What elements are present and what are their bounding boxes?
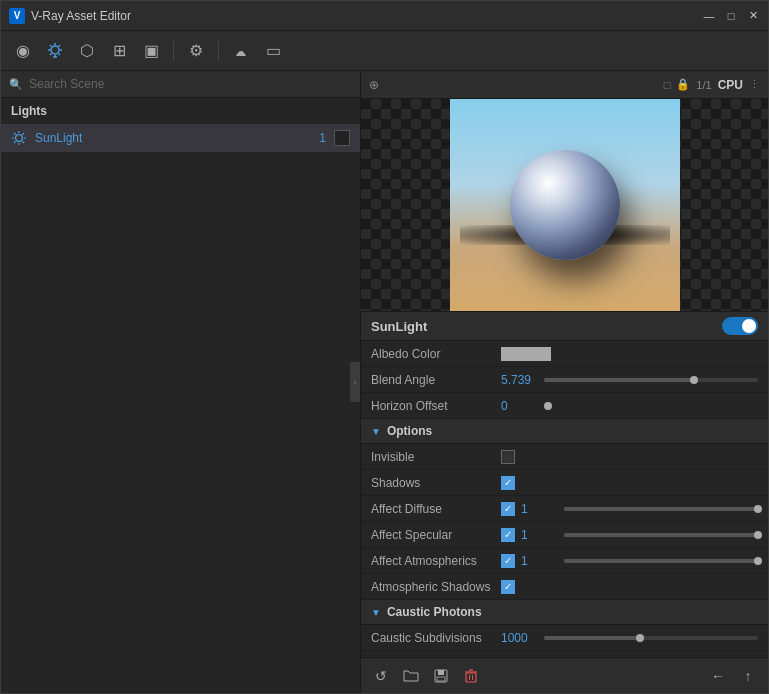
albedo-color-label: Albedo Color [371,347,501,361]
caustic-group-label: Caustic Photons [387,605,482,619]
search-input[interactable] [29,77,352,91]
left-panel: 🔍 Lights [1,71,361,693]
svg-rect-21 [437,677,445,681]
sunlight-section-title: SunLight [361,311,768,341]
affect-atmospherics-checkbox[interactable]: ✓ [501,554,515,568]
affect-specular-slider-fill [564,533,758,537]
atmospheric-shadows-checkbox[interactable]: ✓ [501,580,515,594]
sunlight-prop-title: SunLight [371,319,427,334]
svg-line-15 [14,133,16,135]
sunlight-list-item[interactable]: SunLight 1 [1,124,360,152]
preview-sphere [510,150,620,260]
blend-angle-value[interactable]: 5.739 [501,373,536,387]
render-fraction: 1/1 [696,79,711,91]
affect-diffuse-label: Affect Diffuse [371,502,501,516]
search-bar: 🔍 [1,71,360,98]
caustic-subdivisions-slider[interactable] [544,636,758,640]
affect-diffuse-slider[interactable] [564,507,758,511]
blend-angle-row: Blend Angle 5.739 [361,367,768,393]
geometry-toolbar-button[interactable]: ⬡ [73,37,101,65]
titlebar: V V-Ray Asset Editor — □ ✕ [1,1,768,31]
minimize-button[interactable]: — [702,9,716,23]
invisible-row: Invisible [361,444,768,470]
caustic-group-header[interactable]: ▼ Caustic Photons [361,600,768,625]
maximize-button[interactable]: □ [724,9,738,23]
preview-settings-icon[interactable]: ⊕ [369,78,379,92]
svg-point-10 [16,135,23,142]
horizon-offset-row: Horizon Offset 0 [361,393,768,419]
affect-atmospherics-slider[interactable] [564,559,758,563]
lights-section-header: Lights [1,98,360,124]
affect-specular-row: Affect Specular ✓ 1 [361,522,768,548]
texture-toolbar-button[interactable]: ⊞ [105,37,133,65]
sunlight-label: SunLight [35,131,319,145]
window-controls[interactable]: — □ ✕ [702,9,760,23]
light-toolbar-button[interactable] [41,37,69,65]
delete-button[interactable] [459,664,483,688]
caustic-subdivisions-slider-fill [544,636,640,640]
render-element-toolbar-button[interactable]: ▣ [137,37,165,65]
affect-atmospherics-slider-fill [564,559,758,563]
albedo-color-swatch[interactable] [501,347,551,361]
preview-render-info: □ 🔒 1/1 CPU ⋮ [664,78,760,92]
affect-atmospherics-label: Affect Atmospherics [371,554,501,568]
horizon-offset-value[interactable]: 0 [501,399,536,413]
shadows-checkbox[interactable]: ✓ [501,476,515,490]
close-button[interactable]: ✕ [746,9,760,23]
emit-radius-value[interactable]: 800 [501,657,536,658]
sunlight-number: 1 [319,131,326,145]
svg-rect-22 [466,673,476,682]
svg-line-17 [23,133,25,135]
arrow-left-button[interactable]: ← [706,664,730,688]
main-content: 🔍 Lights [1,71,768,693]
save-button[interactable] [429,664,453,688]
affect-diffuse-slider-fill [564,507,758,511]
properties-panel: SunLight Albedo Color Blend Angle 5.739 [361,311,768,657]
caustic-subdivisions-value[interactable]: 1000 [501,631,536,645]
affect-specular-slider-thumb [754,531,762,539]
sphere-toolbar-button[interactable]: ◉ [9,37,37,65]
scene-list: Lights [1,98,360,693]
atmospheric-shadows-row: Atmospheric Shadows ✓ [361,574,768,600]
affect-atmospherics-value[interactable]: 1 [521,554,556,568]
environment-toolbar-button[interactable] [227,37,255,65]
search-icon: 🔍 [9,78,23,91]
invisible-checkbox[interactable] [501,450,515,464]
options-collapse-arrow: ▼ [371,426,381,437]
options-group-header[interactable]: ▼ Options [361,419,768,444]
emit-radius-row: Emit Radius 800 [361,651,768,657]
affect-diffuse-value[interactable]: 1 [521,502,556,516]
bottom-bar-left: ↺ [369,664,483,688]
affect-specular-checkbox[interactable]: ✓ [501,528,515,542]
svg-line-16 [23,142,25,144]
preview-sphere-container [361,99,768,311]
affect-atmospherics-row: Affect Atmospherics ✓ 1 [361,548,768,574]
atmospheric-shadows-label: Atmospheric Shadows [371,580,501,594]
affect-diffuse-checkbox[interactable]: ✓ [501,502,515,516]
bottom-bar: ↺ [361,657,768,693]
blend-angle-label: Blend Angle [371,373,501,387]
blend-angle-slider[interactable] [544,378,758,382]
shadows-label: Shadows [371,476,501,490]
affect-specular-value[interactable]: 1 [521,528,556,542]
lens-toolbar-button[interactable]: ▭ [259,37,287,65]
monitor-small-icon: □ [664,79,671,91]
settings-toolbar-button[interactable]: ⚙ [182,37,210,65]
preview-header: ⊕ □ 🔒 1/1 CPU ⋮ [361,71,768,99]
affect-specular-label: Affect Specular [371,528,501,542]
bottom-bar-right: ← ↑ [706,664,760,688]
affect-specular-slider[interactable] [564,533,758,537]
preview-menu-icon[interactable]: ⋮ [749,78,760,91]
horizon-offset-dot [544,402,552,410]
affect-atmospherics-slider-thumb [754,557,762,565]
caustic-subdivisions-slider-thumb [636,634,644,642]
toolbar: ◉ ⬡ ⊞ ▣ ⚙ ▭ [1,31,768,71]
panel-collapse-indicator[interactable]: ‹ [350,362,360,402]
open-button[interactable] [399,664,423,688]
reset-button[interactable]: ↺ [369,664,393,688]
arrow-up-button[interactable]: ↑ [736,664,760,688]
sunlight-color-swatch[interactable] [334,130,350,146]
emit-radius-label: Emit Radius [371,657,501,658]
affect-diffuse-row: Affect Diffuse ✓ 1 [361,496,768,522]
sunlight-enable-toggle[interactable] [722,317,758,335]
